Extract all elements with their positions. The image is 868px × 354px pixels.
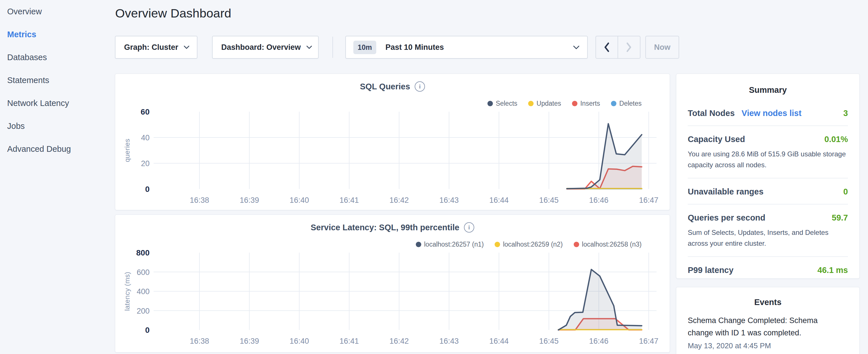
summary-row-capacity-used: Capacity Used0.01%You are using 28.6 MiB… bbox=[688, 125, 848, 178]
summary-value: 3 bbox=[843, 108, 848, 118]
svg-text:16:41: 16:41 bbox=[340, 337, 359, 345]
page-title: Overview Dashboard bbox=[115, 6, 231, 20]
now-button[interactable]: Now bbox=[645, 36, 679, 59]
svg-text:16:46: 16:46 bbox=[589, 196, 609, 204]
sidebar-item-network-latency[interactable]: Network Latency bbox=[7, 97, 69, 109]
summary-description: Sum of Selects, Updates, Inserts, and De… bbox=[688, 227, 848, 249]
sidebar-item-overview[interactable]: Overview bbox=[7, 5, 42, 18]
svg-text:200: 200 bbox=[137, 307, 150, 315]
service-latency-chart-card: Service Latency: SQL, 99th percentile i … bbox=[115, 215, 670, 353]
svg-text:16:39: 16:39 bbox=[240, 337, 259, 345]
sql-queries-chart: 16:3816:3916:4016:4116:4216:4316:4416:45… bbox=[115, 74, 670, 208]
summary-rows: Total NodesView nodes list3Capacity Used… bbox=[676, 95, 859, 282]
svg-text:16:38: 16:38 bbox=[190, 196, 209, 204]
svg-text:16:43: 16:43 bbox=[439, 196, 459, 204]
svg-text:16:45: 16:45 bbox=[539, 196, 559, 204]
chevron-left-icon bbox=[603, 42, 610, 53]
svg-text:16:45: 16:45 bbox=[539, 337, 559, 345]
graph-dropdown[interactable]: Graph: Cluster bbox=[115, 36, 197, 59]
summary-label: Total Nodes bbox=[688, 108, 735, 118]
time-range-selector[interactable]: 10m Past 10 Minutes bbox=[345, 36, 588, 59]
svg-text:16:44: 16:44 bbox=[489, 196, 509, 204]
service-latency-chart: 16:3816:3916:4016:4116:4216:4316:4416:45… bbox=[115, 215, 670, 349]
time-range-label: Past 10 Minutes bbox=[385, 43, 444, 52]
sidebar: OverviewMetricsDatabasesStatementsNetwor… bbox=[0, 0, 112, 354]
summary-title: Summary bbox=[676, 74, 859, 95]
summary-value: 0 bbox=[843, 187, 848, 196]
svg-text:20: 20 bbox=[141, 159, 150, 168]
events-panel: Events Schema Change Completed: Schema c… bbox=[676, 287, 860, 354]
svg-text:16:41: 16:41 bbox=[340, 196, 359, 204]
svg-text:800: 800 bbox=[136, 248, 150, 257]
event-timestamp: May 13, 2020 at 4:45 PM bbox=[688, 342, 848, 350]
svg-text:16:47: 16:47 bbox=[639, 196, 658, 204]
svg-text:60: 60 bbox=[141, 107, 150, 116]
svg-text:400: 400 bbox=[137, 287, 150, 296]
time-range-badge: 10m bbox=[353, 41, 376, 54]
sidebar-item-jobs[interactable]: Jobs bbox=[7, 120, 25, 132]
summary-panel: Summary Total NodesView nodes list3Capac… bbox=[676, 74, 860, 279]
summary-value: 46.1 ms bbox=[817, 265, 848, 275]
time-step-forward-button[interactable] bbox=[618, 36, 640, 58]
chevron-down-icon bbox=[306, 45, 312, 49]
graph-dropdown-label: Graph: Cluster bbox=[124, 43, 178, 52]
svg-text:16:42: 16:42 bbox=[390, 196, 409, 204]
now-button-label: Now bbox=[654, 43, 671, 52]
chevron-right-icon bbox=[626, 42, 632, 53]
events-title: Events bbox=[676, 287, 859, 307]
chevron-down-icon bbox=[183, 45, 190, 49]
svg-text:0: 0 bbox=[145, 326, 150, 334]
svg-text:16:42: 16:42 bbox=[390, 337, 409, 345]
sidebar-item-statements[interactable]: Statements bbox=[7, 74, 49, 87]
svg-text:16:46: 16:46 bbox=[589, 337, 609, 345]
svg-text:0: 0 bbox=[145, 185, 150, 194]
summary-row-p99-latency: P99 latency46.1 ms bbox=[688, 256, 848, 282]
svg-text:16:40: 16:40 bbox=[290, 196, 309, 204]
event-item: Schema Change Completed: Schema change w… bbox=[688, 315, 848, 350]
event-text: Schema Change Completed: Schema change w… bbox=[688, 315, 823, 339]
dashboard-dropdown[interactable]: Dashboard: Overview bbox=[212, 36, 319, 59]
summary-row-unavailable-ranges: Unavailable ranges0 bbox=[688, 178, 848, 204]
svg-text:16:39: 16:39 bbox=[240, 196, 259, 204]
summary-label: P99 latency bbox=[688, 265, 734, 275]
summary-row-total-nodes: Total NodesView nodes list3 bbox=[688, 100, 848, 125]
svg-text:600: 600 bbox=[137, 268, 150, 277]
svg-text:40: 40 bbox=[141, 133, 150, 142]
events-list: Schema Change Completed: Schema change w… bbox=[676, 307, 859, 350]
controls-divider bbox=[333, 37, 333, 58]
sidebar-item-metrics[interactable]: Metrics bbox=[7, 28, 36, 41]
time-step-buttons bbox=[595, 36, 641, 59]
svg-text:16:40: 16:40 bbox=[290, 337, 309, 345]
summary-label: Unavailable ranges bbox=[688, 187, 764, 196]
sql-queries-chart-card: SQL Queries i SelectsUpdatesInsertsDelet… bbox=[115, 74, 670, 210]
summary-value: 0.01% bbox=[825, 135, 848, 144]
svg-text:16:47: 16:47 bbox=[639, 337, 658, 345]
svg-text:16:43: 16:43 bbox=[439, 337, 459, 345]
sidebar-item-databases[interactable]: Databases bbox=[7, 51, 47, 64]
view-nodes-list-link[interactable]: View nodes list bbox=[742, 108, 802, 118]
svg-text:16:38: 16:38 bbox=[190, 337, 209, 345]
summary-label: Capacity Used bbox=[688, 135, 745, 144]
summary-description: You are using 28.6 MiB of 515.9 GiB usab… bbox=[688, 149, 848, 170]
sidebar-item-advanced-debug[interactable]: Advanced Debug bbox=[7, 142, 71, 155]
dashboard-dropdown-label: Dashboard: Overview bbox=[221, 43, 301, 52]
summary-row-queries-per-second: Queries per second59.7Sum of Selects, Up… bbox=[688, 204, 848, 256]
svg-text:16:44: 16:44 bbox=[489, 337, 509, 345]
summary-value: 59.7 bbox=[832, 213, 848, 223]
summary-label: Queries per second bbox=[688, 213, 766, 223]
overview-dashboard-page: { "sidebar": { "items": [ { "label": "Ov… bbox=[0, 0, 868, 354]
time-step-back-button[interactable] bbox=[596, 36, 618, 58]
chevron-down-icon bbox=[573, 45, 580, 50]
